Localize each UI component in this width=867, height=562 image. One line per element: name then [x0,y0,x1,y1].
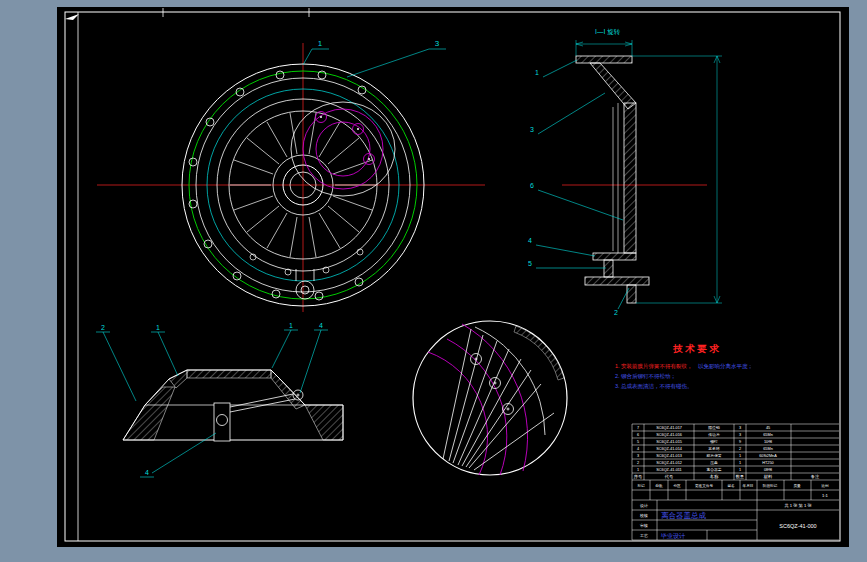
svg-text:离合器盖: 离合器盖 [706,467,721,472]
svg-text:3: 3 [637,454,639,458]
svg-text:2: 2 [637,461,639,465]
svg-text:阶段标记: 阶段标记 [763,483,778,488]
tech-req-note1b: 以免影响分离水平度； [698,363,753,370]
svg-text:质量: 质量 [793,484,801,488]
svg-text:工艺: 工艺 [640,533,648,538]
detail-view [413,321,567,475]
svg-text:5: 5 [637,440,639,444]
svg-text:压盘: 压盘 [710,460,718,465]
svg-text:数量: 数量 [736,474,744,479]
stud [214,403,230,441]
svg-text:SC6QZ-41-011: SC6QZ-41-011 [656,468,681,472]
svg-text:SC6QZ-41-017: SC6QZ-41-017 [656,426,682,430]
cone-edge-lines [613,103,618,253]
bolt-holes [189,71,366,300]
svg-text:08钢: 08钢 [764,467,772,472]
bom-rows: 7SC6QZ-41-017限位销345 6SC6QZ-41-016传动片365M… [637,425,777,472]
svg-text:更改文件号: 更改文件号 [695,483,713,488]
scale-value: 1:1 [822,493,828,498]
svg-text:材料: 材料 [763,474,773,480]
svg-text:1: 1 [739,468,741,472]
svg-text:4: 4 [637,447,639,451]
svg-text:3: 3 [739,426,741,430]
svg-text:限位销: 限位销 [708,425,720,430]
svg-text:6: 6 [637,433,639,437]
svg-text:1: 1 [637,468,639,472]
title-block: 标记 处数 分区 更改文件号 签名 年月日 设计 校核 审核 工艺 阶段标记 质… [632,480,839,540]
svg-text:1: 1 [739,454,741,458]
balloon: 4 [528,237,532,244]
drawing-title: 离合器盖总成 [661,511,707,520]
svg-text:65Mn: 65Mn [763,447,773,451]
corner-arrow-icon [65,14,79,20]
svg-text:10钢: 10钢 [764,439,772,444]
section-view-label: Ⅰ—Ⅰ 旋转 [595,28,621,36]
section-view: Ⅰ—Ⅰ 旋转 [528,28,722,316]
balloon: 6 [530,182,534,189]
front-balloons: 1 3 [303,39,446,77]
balloon: 4 [319,322,323,329]
balloon: 1 [535,69,539,76]
rim-hatch [514,326,564,380]
stage-row: 阶段标记 质量 比例 1:1 共 1 张 第 1 张 [763,483,829,508]
svg-text:7: 7 [637,426,639,430]
svg-text:分区: 分区 [673,484,681,488]
balloon-1: 1 [318,39,323,48]
svg-text:年月日: 年月日 [743,484,754,488]
tech-req-note2: 2. 铆合后铆钉不得松动； [615,373,676,380]
svg-text:序号: 序号 [634,474,643,479]
svg-text:设计: 设计 [640,503,648,508]
project-name: 毕业设计 [660,532,685,539]
svg-text:处数: 处数 [655,483,663,488]
balloon: 2 [614,309,618,316]
svg-text:3: 3 [739,433,741,437]
balloon: 1 [289,322,293,329]
svg-text:HT250: HT250 [762,461,773,465]
section-cut-shapes [576,56,649,303]
svg-text:9: 9 [739,440,741,444]
bottom-lug [296,269,314,299]
dimensions [576,40,722,303]
balloon: 3 [530,126,534,133]
drawing-number: SC6QZ-41-000 [779,523,816,529]
svg-text:65Mn: 65Mn [763,433,773,437]
svg-text:备注: 备注 [811,474,820,479]
svg-text:SC6QZ-41-015: SC6QZ-41-015 [656,440,682,444]
front-view: 1 3 [97,39,485,312]
svg-text:签名: 签名 [727,484,734,488]
tech-req-note1a: 1. 安装前膜片弹簧不得有裂纹， [615,363,693,370]
sheet-count: 共 1 张 第 1 张 [784,503,812,508]
svg-text:45: 45 [766,426,770,430]
balloon: 2 [101,324,105,331]
bom-headers: 序号 代号 名称 数量 材料 备注 [634,474,820,480]
balloon: 5 [528,260,532,267]
detail-fingers [443,329,554,470]
svg-text:比例: 比例 [821,484,829,488]
svg-text:1: 1 [739,461,741,465]
svg-text:标记: 标记 [636,483,645,488]
svg-text:SC6QZ-41-016: SC6QZ-41-016 [656,433,682,437]
sign-rows: 设计 校核 审核 工艺 [639,503,648,538]
svg-text:膜片弹簧: 膜片弹簧 [706,453,721,458]
svg-text:SC6QZ-41-014: SC6QZ-41-014 [656,447,682,451]
tech-req-note3: 3. 总成表面清洁，不得有碰伤。 [615,383,693,390]
svg-text:2: 2 [739,447,741,451]
svg-text:SC6QZ-41-012: SC6QZ-41-012 [656,461,682,465]
tech-req-title: 技 术 要 求 [672,343,719,354]
drawing-canvas[interactable]: 1 3 Ⅰ—Ⅰ 旋转 [57,7,849,547]
svg-text:代号: 代号 [664,474,674,479]
svg-text:铆钉: 铆钉 [709,439,718,444]
balloon: 4 [145,469,149,476]
release-lever-feature [291,102,395,196]
svg-text:名称: 名称 [710,474,719,479]
svg-text:支承环: 支承环 [708,446,720,451]
balloon-3: 3 [435,39,440,48]
svg-text:传动片: 传动片 [708,432,720,437]
sheet-frame [65,8,840,541]
mark-row: 标记 处数 分区 更改文件号 签名 年月日 [636,483,753,488]
svg-text:校核: 校核 [639,513,648,518]
spring-arcs [428,324,528,475]
balloon: 1 [156,324,160,331]
svg-text:60Si2MnA: 60Si2MnA [759,454,777,458]
tech-requirements: 技 术 要 求 1. 安装前膜片弹簧不得有裂纹， 以免影响分离水平度； 2. 铆… [615,343,753,390]
